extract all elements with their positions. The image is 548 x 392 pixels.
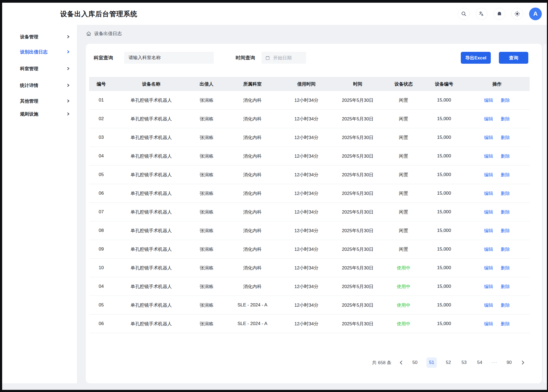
sidebar-item-6[interactable]: 规则设施 <box>2 107 77 120</box>
cell-status: 使用中 <box>383 302 424 308</box>
delete-link[interactable]: 删除 <box>501 246 510 252</box>
delete-link[interactable]: 删除 <box>501 172 510 178</box>
cell-department: SLE - 2024 - A <box>224 302 281 308</box>
cell-no: 05 <box>89 172 113 177</box>
delete-link[interactable]: 删除 <box>501 153 510 159</box>
column-header: 所属科室 <box>224 81 281 87</box>
cell-device-name: 单孔腔镜手术机器人 <box>113 153 189 159</box>
query-button[interactable]: 查询 <box>499 52 528 64</box>
edit-link[interactable]: 编辑 <box>484 246 493 252</box>
delete-link[interactable]: 删除 <box>501 116 510 122</box>
cell-status: 使用中 <box>383 283 424 290</box>
cell-date: 2025年5月30日 <box>332 190 383 197</box>
table-row: 09单孔腔镜手术机器人张润栋消化内科12小时34分2025年5月30日闲置15,… <box>89 240 530 259</box>
cell-status: 闲置 <box>383 153 424 159</box>
page-53[interactable]: 53 <box>460 357 468 368</box>
sidebar-item-3[interactable]: 科室管理 <box>2 62 77 75</box>
cell-date: 2025年5月30日 <box>332 172 383 178</box>
delete-link[interactable]: 删除 <box>501 190 510 197</box>
delete-link[interactable]: 删除 <box>501 209 510 215</box>
column-header: 编号 <box>89 81 113 87</box>
cell-no: 05 <box>89 302 113 308</box>
sidebar-item-1[interactable]: 设备管理 <box>2 30 77 43</box>
edit-link[interactable]: 编辑 <box>484 116 493 122</box>
cell-device-name: 单孔腔镜手术机器人 <box>113 228 189 234</box>
cell-actions: 编辑删除 <box>464 265 530 271</box>
notification-button[interactable] <box>493 8 505 20</box>
cell-date: 2025年5月30日 <box>332 153 383 159</box>
cell-device-name: 单孔腔镜手术机器人 <box>113 321 189 327</box>
cell-borrower: 张润栋 <box>189 321 224 327</box>
cell-actions: 编辑删除 <box>464 153 530 159</box>
cell-department: 消化内科 <box>224 265 281 271</box>
translate-button[interactable]: 文 A <box>476 8 488 20</box>
cell-actions: 编辑删除 <box>464 228 530 234</box>
dept-query-input[interactable] <box>124 52 214 64</box>
delete-link[interactable]: 删除 <box>501 283 510 290</box>
edit-link[interactable]: 编辑 <box>484 228 493 234</box>
cell-department: 消化内科 <box>224 190 281 197</box>
table-row: 05单孔腔镜手术机器人张润栋SLE - 2024 - A12小时34分2025年… <box>89 296 530 315</box>
cell-date: 2025年5月30日 <box>332 97 383 103</box>
page-90[interactable]: 90 <box>505 357 513 368</box>
edit-link[interactable]: 编辑 <box>484 172 493 178</box>
delete-link[interactable]: 删除 <box>501 265 510 271</box>
user-avatar[interactable]: A <box>529 8 542 20</box>
cell-actions: 编辑删除 <box>464 190 530 197</box>
sidebar-item-4[interactable]: 统计详情 <box>2 79 77 92</box>
table-row: 03单孔腔镜手术机器人张润栋消化内科12小时34分2025年5月30日闲置15,… <box>89 128 530 147</box>
page-50[interactable]: 50 <box>411 357 419 368</box>
cell-status: 闲置 <box>383 246 424 252</box>
table-row: 05单孔腔镜手术机器人张润栋消化内科12小时34分2025年5月30日闲置15,… <box>89 165 530 184</box>
cell-no: 07 <box>89 209 113 215</box>
cell-device-name: 单孔腔镜手术机器人 <box>113 283 189 290</box>
edit-link[interactable]: 编辑 <box>484 209 493 215</box>
cell-no: 01 <box>89 97 113 103</box>
edit-link[interactable]: 编辑 <box>484 321 493 327</box>
delete-link[interactable]: 删除 <box>501 228 510 234</box>
page-54[interactable]: 54 <box>476 357 484 368</box>
cell-duration: 12小时34分 <box>281 97 332 103</box>
search-button[interactable] <box>458 8 470 20</box>
edit-link[interactable]: 编辑 <box>484 302 493 308</box>
home-icon[interactable] <box>86 31 92 36</box>
delete-link[interactable]: 删除 <box>501 302 510 308</box>
cell-device-name: 单孔腔镜手术机器人 <box>113 190 189 197</box>
table-row: 07单孔腔镜手术机器人张润栋消化内科12小时34分2025年5月30日闲置15,… <box>89 203 530 221</box>
cell-actions: 编辑删除 <box>464 321 530 327</box>
cell-no: 03 <box>89 135 113 140</box>
table-row: 04单孔腔镜手术机器人张润栋消化内科12小时34分2025年5月30日闲置15,… <box>89 147 530 165</box>
cell-no: 06 <box>89 321 113 326</box>
cell-actions: 编辑删除 <box>464 246 530 252</box>
column-header: 设备状态 <box>383 81 424 87</box>
edit-link[interactable]: 编辑 <box>484 153 493 159</box>
delete-link[interactable]: 删除 <box>501 321 510 327</box>
cell-duration: 12小时34分 <box>281 228 332 234</box>
delete-link[interactable]: 删除 <box>501 134 510 141</box>
cell-device-no: 15,000 <box>424 265 464 271</box>
cell-duration: 12小时34分 <box>281 283 332 290</box>
cell-duration: 12小时34分 <box>281 153 332 159</box>
cell-date: 2025年5月30日 <box>332 228 383 234</box>
breadcrumb: 设备出借日志 <box>86 31 122 37</box>
prev-page-icon[interactable] <box>399 360 403 365</box>
page-51[interactable]: 51 <box>427 357 437 368</box>
edit-link[interactable]: 编辑 <box>484 134 493 141</box>
page-52[interactable]: 52 <box>444 357 452 368</box>
next-page-icon[interactable] <box>521 360 525 365</box>
theme-button[interactable] <box>511 8 523 20</box>
sidebar-item-2[interactable]: 设别出借日志 <box>2 45 77 58</box>
filter-row: 科室查询 时间查询 开始日期 导出Excel 查询 <box>86 52 542 64</box>
delete-link[interactable]: 删除 <box>501 97 510 103</box>
export-excel-button[interactable]: 导出Excel <box>461 52 491 64</box>
edit-link[interactable]: 编辑 <box>484 265 493 271</box>
edit-link[interactable]: 编辑 <box>484 283 493 290</box>
cell-date: 2025年5月30日 <box>332 246 383 252</box>
cell-department: 消化内科 <box>224 228 281 234</box>
edit-link[interactable]: 编辑 <box>484 97 493 103</box>
sidebar-item-5[interactable]: 其他管理 <box>2 94 77 107</box>
cell-device-no: 15,000 <box>424 209 464 215</box>
cell-department: 消化内科 <box>224 172 281 178</box>
edit-link[interactable]: 编辑 <box>484 190 493 197</box>
start-date-picker[interactable]: 开始日期 <box>262 52 306 64</box>
